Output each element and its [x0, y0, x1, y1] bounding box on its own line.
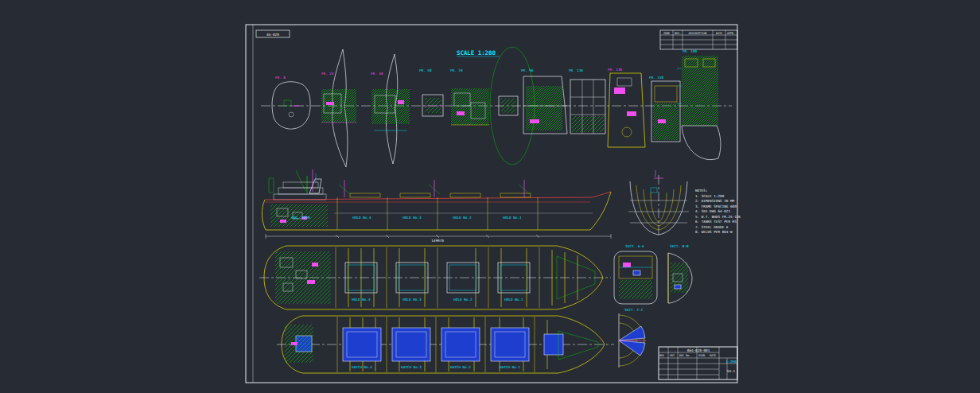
length-dimension: 149970 [431, 239, 444, 243]
section-label: FR. 96 [521, 68, 534, 72]
note-line: 6. TANKS TEST PER RS [695, 220, 737, 224]
section-label: FR. 58 [419, 68, 432, 72]
upper-deck-plan: HOLD No.4 HOLD No.3 HOLD No.2 HOLD No.1 [259, 246, 611, 309]
rev-col-zone: ZONE [663, 32, 670, 35]
section-view-1: FR. 8 [272, 76, 310, 129]
title-block: 064-020-001 1:200 SH.1 REV SHT DOC No. S… [659, 347, 737, 379]
section-label: FR. 40 [371, 72, 383, 76]
compartment-label: HOLD No.4 [352, 298, 371, 302]
section-view-6 [499, 96, 518, 115]
section-label: FR. 136 [608, 68, 623, 72]
section-label: FR. 8 [275, 76, 286, 80]
section-view-2: FR. 24 [321, 49, 356, 167]
funnel [309, 179, 321, 193]
compartment-label: ENG. ROOM [291, 216, 310, 220]
scale-label: SCALE 1:200 [457, 49, 496, 56]
title-block-col: REV [659, 354, 664, 357]
aux-view-transom: SECT. C-C [619, 308, 646, 368]
section-view-11: FR. 180 [677, 49, 721, 160]
section-view-4: FR. 58 [419, 68, 443, 116]
profile-view: ENG. ROOM HOLD No.4 HOLD No.3 HOLD No.2 … [262, 169, 611, 243]
dimension-line: 149970 [266, 234, 611, 243]
section-view-8: FR. 116 [569, 68, 605, 134]
aux-view-deckhouse-top: SECT. A-A [614, 244, 657, 304]
aux-view-label: SECT. A-A [625, 244, 644, 248]
aux-view-label: SECT. B-B [670, 244, 689, 248]
section-view-5: FR. 76 [450, 68, 489, 125]
note-line: NOTES: [695, 189, 708, 193]
compartment-label: HOLD No.1 [504, 298, 523, 302]
compartment-label: HATCH No.2 [450, 365, 471, 369]
rev-col-description: DESCRIPTION [689, 32, 706, 35]
note-line: 8. WELDS PER 064-W [695, 230, 733, 234]
note-line: 3. FRAME SPACING 600 [695, 204, 737, 208]
compartment-label: HOLD No.4 [352, 216, 371, 220]
note-line: 7. STEEL GRADE A [695, 225, 729, 229]
section-label: FR. 180 [682, 49, 698, 53]
compartment-label: HOLD No.3 [402, 298, 422, 302]
section-view-3: FR. 40 [371, 54, 410, 164]
note-line: 1. SCALE 1:200 [695, 194, 725, 198]
section-view-10: FR. 158 [649, 76, 680, 142]
compartment-label: HATCH No.1 [500, 365, 520, 369]
compartment-label: HATCH No.4 [352, 365, 372, 369]
title-block-col: DOC No. [679, 354, 690, 357]
aux-view-half-section: SECT. B-B [668, 244, 692, 303]
section-label: FR. 76 [450, 68, 463, 72]
title-block-sheet: SH.1 [727, 369, 736, 373]
title-block-code: 064-020-001 [687, 348, 710, 352]
rev-col-rev: REV. [675, 32, 681, 35]
note-line: 2. DIMENSIONS IN MM [695, 199, 735, 203]
lower-deck-plan: HATCH No.4 HATCH No.3 HATCH No.2 HATCH N… [277, 316, 614, 373]
drawing-number: 64-020 [266, 33, 279, 37]
section-label: FR. 158 [649, 76, 664, 80]
note-line: 4. SEE DWG 64-021 [695, 209, 730, 213]
rev-col-date: DATE [716, 32, 722, 35]
compartment-label: HOLD No.1 [503, 216, 522, 220]
rev-col-appr: APPR. [727, 32, 735, 35]
section-label: FR. 116 [569, 68, 584, 72]
revision-table: ZONE REV. DESCRIPTION DATE APPR. [660, 30, 737, 49]
title-block-scale: 1:200 [726, 360, 737, 364]
body-sections: SCALE 1:200 FR. 8 FR. 24 FR. 40 [261, 47, 732, 167]
compartment-label: HOLD No.3 [402, 216, 422, 220]
compartment-label: HATCH No.3 [401, 365, 422, 369]
compartment-label: HOLD No.2 [453, 216, 472, 220]
section-view-9: FR. 136 [608, 68, 645, 147]
notes-block: NOTES: 1. SCALE 1:200 2. DIMENSIONS IN M… [695, 189, 741, 234]
stern-body-plan [628, 170, 689, 236]
title-block-col: DATE [710, 354, 716, 357]
aux-view-label: SECT. C-C [624, 308, 644, 312]
cad-viewport[interactable]: 64-020 ZONE REV. DESCRIPTION DATE APPR. … [0, 0, 980, 393]
title-block-col: SHT [670, 354, 675, 357]
section-label: FR. 24 [321, 72, 334, 76]
note-line: 5. W.T. BHDS FR.24-136 [695, 215, 741, 219]
compartment-label: HOLD No.2 [453, 298, 472, 302]
title-block-col: SIGN [698, 354, 705, 357]
